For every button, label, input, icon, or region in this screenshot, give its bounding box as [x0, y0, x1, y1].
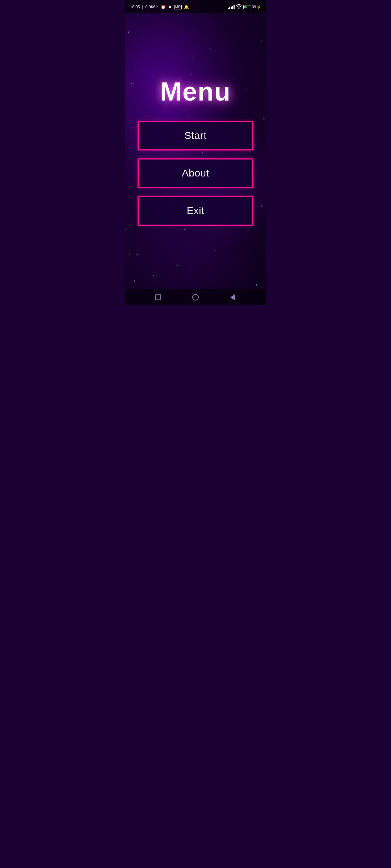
home-button[interactable] — [190, 292, 201, 303]
signal-bar-1 — [228, 8, 229, 9]
menu-buttons: Start About Exit — [138, 121, 253, 226]
mr-icon: MR — [174, 5, 182, 9]
signal-bar-3 — [231, 7, 232, 9]
signal-bar-5 — [234, 5, 235, 9]
signal-bars — [228, 5, 235, 9]
back-icon — [230, 294, 235, 301]
recent-apps-button[interactable] — [152, 292, 164, 303]
battery-percent: 39 — [252, 5, 256, 9]
main-content: Menu Start About Exit — [125, 13, 266, 289]
time-display: 16:05 — [130, 5, 140, 9]
battery-container: 39 ⚡ — [243, 5, 261, 9]
menu-title: Menu — [160, 77, 231, 106]
battery-fill — [244, 6, 247, 8]
media-icon: ⏺ — [168, 5, 172, 9]
charging-icon: ⚡ — [257, 5, 261, 9]
nav-bar — [125, 289, 266, 305]
signal-bar-2 — [229, 7, 230, 9]
battery-icon — [243, 5, 251, 9]
about-button[interactable]: About — [138, 158, 253, 188]
start-button[interactable]: Start — [138, 121, 253, 150]
status-right: 39 ⚡ — [228, 4, 261, 10]
back-button[interactable] — [227, 292, 239, 303]
wifi-icon — [236, 4, 241, 10]
status-left: 16:05 | 0,0К6/с ⏰ ⏺ MR 🔔 — [130, 5, 189, 9]
data-speed: 0,0К6/с — [145, 5, 158, 9]
recent-apps-icon — [155, 294, 161, 300]
notification-icon: 🔔 — [184, 5, 189, 9]
status-bar: 16:05 | 0,0К6/с ⏰ ⏺ MR 🔔 39 — [125, 0, 266, 13]
alarm-icon: ⏰ — [161, 5, 166, 9]
exit-button[interactable]: Exit — [138, 196, 253, 226]
home-icon — [192, 294, 199, 301]
separator: | — [142, 5, 143, 9]
signal-bar-4 — [232, 6, 233, 9]
